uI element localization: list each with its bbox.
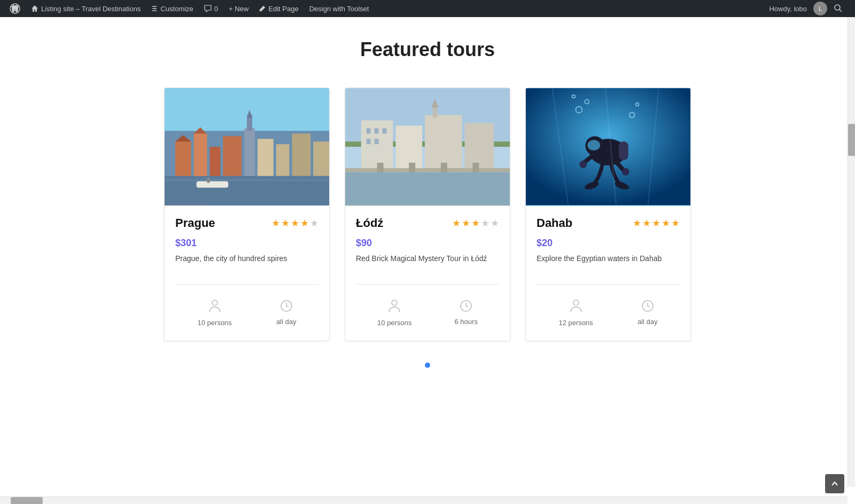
- svg-rect-33: [465, 123, 494, 173]
- stars-prague: ★ ★ ★ ★ ★: [271, 217, 318, 229]
- scrollbar-thumb-right[interactable]: [848, 124, 855, 156]
- svg-line-5: [840, 10, 842, 12]
- howdy-text: Howdy, lobo: [765, 5, 811, 13]
- svg-rect-34: [367, 128, 371, 133]
- card-header-dahab: Dahab ★ ★ ★ ★ ★: [537, 216, 680, 230]
- person-icon-dahab: [570, 298, 582, 313]
- design-toolset-item[interactable]: Design with Toolset: [304, 0, 375, 17]
- home-icon: [31, 5, 38, 12]
- pagination-dot-1[interactable]: [425, 363, 430, 368]
- new-item[interactable]: + New: [223, 0, 254, 17]
- star-5: ★: [310, 217, 318, 229]
- svg-rect-41: [409, 163, 415, 174]
- card-body-dahab: Dahab ★ ★ ★ ★ ★ $20 Explore the Egyptian…: [526, 206, 690, 341]
- svg-rect-39: [345, 168, 510, 172]
- wordpress-icon: [10, 3, 20, 14]
- scrollbar-thumb-bottom[interactable]: [11, 497, 43, 504]
- svg-point-25: [212, 300, 217, 305]
- svg-rect-59: [619, 141, 628, 160]
- card-description-lodz: Red Brick Magical Mystery Tour in Łódź: [356, 254, 499, 275]
- card-meta-duration-dahab: all day: [638, 300, 658, 326]
- scrollbar-bottom[interactable]: [0, 497, 848, 504]
- edit-icon: [259, 5, 266, 12]
- svg-point-58: [587, 140, 600, 151]
- card-meta-duration-prague: all day: [276, 300, 297, 326]
- star-3: ★: [291, 217, 299, 229]
- duration-label-dahab: all day: [638, 318, 658, 326]
- svg-rect-35: [375, 128, 379, 133]
- stars-lodz: ★ ★ ★ ★ ★: [452, 217, 499, 229]
- svg-point-4: [835, 5, 840, 10]
- star-2: ★: [462, 217, 470, 229]
- svg-rect-11: [223, 136, 242, 178]
- svg-rect-36: [383, 128, 387, 133]
- duration-label-prague: all day: [276, 318, 297, 326]
- star-3: ★: [471, 217, 480, 229]
- tour-cards-container: Prague ★ ★ ★ ★ ★ $301 Prague, the city o…: [107, 88, 748, 341]
- card-title-lodz: Łódź: [356, 216, 383, 230]
- comments-item[interactable]: 0: [199, 0, 223, 17]
- search-icon: [834, 4, 842, 12]
- person-icon-prague: [208, 298, 221, 313]
- card-body-lodz: Łódź ★ ★ ★ ★ ★ $90 Red Brick Magical Mys…: [345, 206, 510, 341]
- svg-rect-12: [244, 128, 255, 178]
- wp-logo-item[interactable]: [4, 0, 26, 17]
- design-toolset-label: Design with Toolset: [309, 5, 369, 13]
- star-2: ★: [642, 217, 651, 229]
- card-footer-prague: 10 persons all day: [175, 293, 318, 335]
- svg-rect-43: [472, 163, 479, 174]
- adminbar-right: Howdy, lobo L: [765, 2, 851, 15]
- svg-rect-38: [375, 139, 379, 144]
- tour-image-dahab: [526, 88, 690, 206]
- admin-bar: Listing site – Travel Destinations Custo…: [0, 0, 855, 17]
- edit-page-item[interactable]: Edit Page: [254, 0, 304, 17]
- star-4: ★: [300, 217, 309, 229]
- card-footer-lodz: 10 persons 6 hours: [356, 293, 499, 335]
- svg-rect-10: [209, 147, 220, 179]
- card-title-prague: Prague: [175, 216, 215, 230]
- search-button[interactable]: [829, 4, 846, 14]
- card-title-dahab: Dahab: [537, 216, 572, 230]
- svg-point-64: [573, 300, 579, 305]
- card-footer-dahab: 12 persons all day: [537, 293, 680, 335]
- persons-label-dahab: 12 persons: [559, 319, 593, 327]
- svg-rect-40: [377, 163, 384, 174]
- star-5: ★: [491, 217, 499, 229]
- svg-point-3: [11, 5, 19, 9]
- card-header-lodz: Łódź ★ ★ ★ ★ ★: [356, 216, 499, 230]
- section-title: Featured tours: [11, 38, 844, 61]
- customize-item[interactable]: Customize: [146, 0, 198, 17]
- card-meta-duration-lodz: 6 hours: [455, 300, 478, 326]
- svg-rect-22: [165, 179, 329, 182]
- tour-card-prague: Prague ★ ★ ★ ★ ★ $301 Prague, the city o…: [164, 88, 330, 341]
- scroll-to-top-button[interactable]: [825, 474, 844, 493]
- tour-image-lodz: [345, 88, 510, 206]
- svg-rect-18: [313, 141, 329, 179]
- svg-rect-44: [345, 172, 510, 206]
- star-3: ★: [652, 217, 660, 229]
- person-icon-lodz: [388, 298, 401, 313]
- site-name-item[interactable]: Listing site – Travel Destinations: [26, 0, 146, 17]
- clock-icon-lodz: [460, 300, 472, 312]
- edit-page-label: Edit Page: [268, 5, 298, 13]
- svg-rect-23: [197, 182, 229, 188]
- scrollbar-right[interactable]: [848, 17, 855, 487]
- svg-point-47: [392, 300, 397, 305]
- svg-rect-24: [207, 178, 209, 183]
- card-price-lodz: $90: [356, 238, 499, 249]
- svg-rect-16: [276, 144, 290, 179]
- card-price-prague: $301: [175, 238, 318, 249]
- svg-rect-9: [194, 133, 207, 178]
- pagination: [11, 363, 844, 368]
- duration-label-lodz: 6 hours: [455, 318, 478, 326]
- card-meta-persons-lodz: 10 persons: [377, 298, 411, 327]
- card-divider-dahab: [537, 284, 680, 285]
- card-header-prague: Prague ★ ★ ★ ★ ★: [175, 216, 318, 230]
- chevron-up-icon: [830, 479, 839, 488]
- persons-label-prague: 10 persons: [198, 319, 232, 327]
- card-description-dahab: Explore the Egyptian waters in Dahab: [537, 254, 680, 275]
- svg-rect-37: [367, 139, 371, 144]
- clock-icon-dahab: [641, 300, 654, 312]
- stars-dahab: ★ ★ ★ ★ ★: [633, 217, 680, 229]
- tour-image-prague: [165, 88, 329, 206]
